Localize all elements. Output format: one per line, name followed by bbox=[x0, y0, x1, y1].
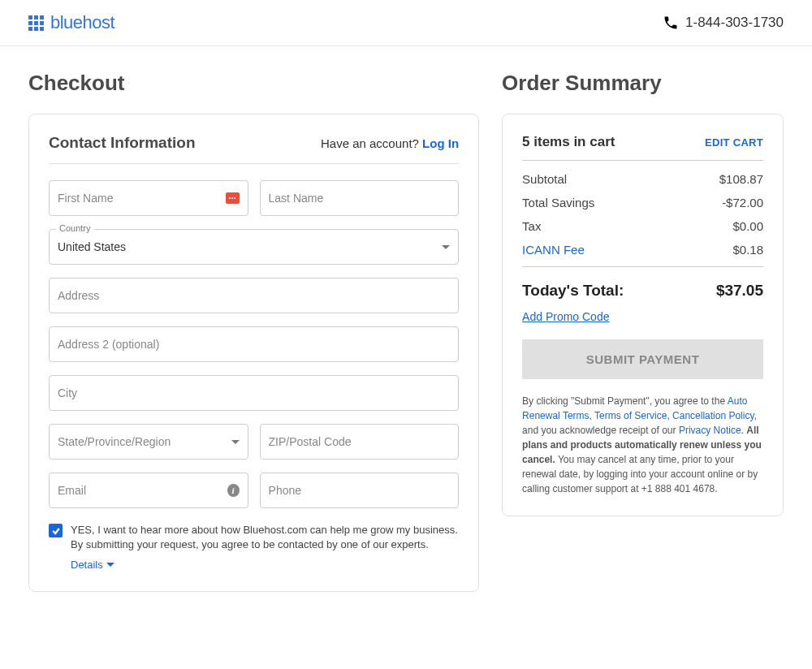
phone-text: 1-844-303-1730 bbox=[685, 15, 784, 31]
address2-input[interactable] bbox=[58, 338, 450, 351]
chevron-down-icon bbox=[106, 563, 114, 567]
phone-input[interactable] bbox=[269, 484, 451, 497]
total-line: Today's Total:$37.05 bbox=[522, 282, 763, 300]
logo[interactable]: bluehost bbox=[28, 12, 114, 33]
email-field[interactable]: i bbox=[49, 473, 248, 508]
submit-payment-button[interactable]: SUBMIT PAYMENT bbox=[522, 339, 763, 379]
header: bluehost 1-844-303-1730 bbox=[0, 0, 812, 46]
login-link[interactable]: Log In bbox=[422, 136, 459, 150]
country-label: Country bbox=[56, 223, 94, 233]
check-icon bbox=[51, 526, 61, 536]
email-input[interactable] bbox=[58, 484, 227, 497]
password-manager-icon[interactable] bbox=[226, 192, 240, 204]
address-input[interactable] bbox=[58, 289, 450, 302]
icann-link[interactable]: ICANN Fee bbox=[522, 243, 585, 257]
country-value: United States bbox=[58, 240, 126, 253]
country-select[interactable]: Country United States bbox=[49, 229, 459, 265]
icann-line: ICANN Fee$0.18 bbox=[522, 243, 763, 257]
summary-card: 5 items in cart EDIT CART Subtotal$108.8… bbox=[502, 114, 784, 516]
city-input[interactable] bbox=[58, 386, 450, 399]
privacy-link[interactable]: Privacy Notice bbox=[679, 425, 741, 436]
brand-name: bluehost bbox=[50, 12, 114, 33]
promo-link[interactable]: Add Promo Code bbox=[522, 310, 609, 323]
details-toggle[interactable]: Details bbox=[71, 559, 114, 571]
last-name-field[interactable] bbox=[260, 180, 460, 216]
zip-input[interactable] bbox=[269, 435, 451, 448]
address-field[interactable] bbox=[49, 278, 459, 313]
contact-card: Contact Information Have an account? Log… bbox=[28, 114, 479, 592]
chevron-down-icon bbox=[231, 440, 240, 444]
legal-text: By clicking "Submit Payment", you agree … bbox=[522, 394, 763, 496]
zip-field[interactable] bbox=[260, 424, 460, 460]
contact-heading: Contact Information bbox=[49, 134, 196, 152]
subtotal-line: Subtotal$108.87 bbox=[522, 172, 763, 186]
cancel-policy-link[interactable]: Cancellation Policy bbox=[672, 410, 754, 421]
info-icon[interactable]: i bbox=[227, 484, 240, 497]
edit-cart-link[interactable]: EDIT CART bbox=[705, 136, 763, 149]
optin-checkbox[interactable] bbox=[49, 524, 63, 537]
state-select[interactable]: State/Province/Region bbox=[49, 424, 248, 460]
savings-line: Total Savings-$72.00 bbox=[522, 196, 763, 209]
divider bbox=[522, 266, 763, 267]
account-prompt: Have an account? Log In bbox=[321, 136, 459, 150]
state-placeholder: State/Province/Region bbox=[58, 435, 171, 448]
optin-text: YES, I want to hear more about how Blueh… bbox=[71, 523, 459, 552]
phone-icon bbox=[663, 15, 679, 31]
cart-count: 5 items in cart bbox=[522, 134, 615, 150]
address2-field[interactable] bbox=[49, 326, 459, 362]
tos-link[interactable]: Terms of Service bbox=[594, 410, 667, 421]
last-name-input[interactable] bbox=[269, 192, 451, 205]
tax-line: Tax$0.00 bbox=[522, 219, 763, 233]
page-title: Checkout bbox=[28, 71, 479, 96]
city-field[interactable] bbox=[49, 375, 459, 411]
logo-grid-icon bbox=[28, 15, 44, 31]
summary-title: Order Summary bbox=[502, 71, 784, 96]
phone-number[interactable]: 1-844-303-1730 bbox=[663, 15, 784, 31]
first-name-field[interactable] bbox=[49, 180, 248, 216]
first-name-input[interactable] bbox=[58, 192, 226, 205]
chevron-down-icon bbox=[442, 245, 450, 249]
phone-field[interactable] bbox=[260, 473, 460, 508]
